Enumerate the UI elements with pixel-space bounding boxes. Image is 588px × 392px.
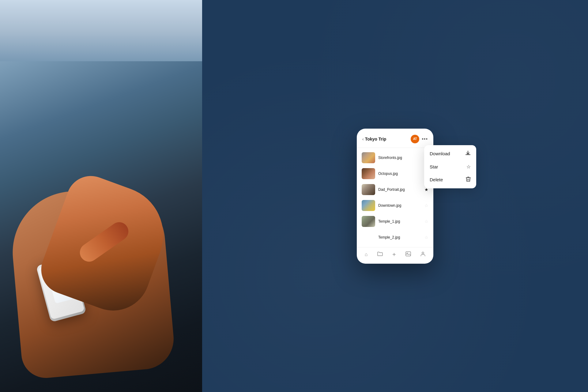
file-item-downtown[interactable]: Downtown.jpg ☆ [357, 198, 433, 213]
header-right: AT ••• [411, 135, 428, 143]
phone-ui: ‹ Tokyo Trip AT ••• Storefronts.jpg ☆ Oc [357, 129, 433, 264]
nav-add-icon[interactable]: + [392, 251, 396, 258]
file-thumbnail-downtown [362, 200, 375, 211]
file-thumbnail-octopus [362, 168, 375, 179]
trash-icon [466, 176, 471, 183]
app-header: ‹ Tokyo Trip AT ••• [357, 129, 433, 148]
context-menu-star[interactable]: Star ☆ [424, 160, 476, 173]
file-thumbnail-storefronts [362, 152, 375, 163]
star-label: Star [430, 164, 438, 169]
folder-title: Tokyo Trip [365, 137, 386, 141]
back-navigation[interactable]: ‹ Tokyo Trip [362, 137, 386, 141]
nav-media-icon[interactable] [405, 251, 411, 258]
file-thumbnail-temple2 [362, 232, 375, 243]
file-thumbnail-temple1 [362, 216, 375, 227]
file-item-storefronts[interactable]: Storefronts.jpg ☆ [357, 150, 433, 166]
file-item-dad[interactable]: Dad_Portrait.jpg ★ [357, 182, 433, 198]
nav-profile-icon[interactable] [420, 251, 425, 258]
hands-phone-illustration [0, 129, 202, 374]
more-menu-button[interactable]: ••• [422, 136, 428, 142]
file-name-octopus: Octopus.jpg [378, 172, 421, 176]
file-thumbnail-dad [362, 184, 375, 195]
nav-home-icon[interactable]: ⌂ [365, 252, 368, 257]
file-item-octopus[interactable]: Octopus.jpg ☆ [357, 166, 433, 182]
back-arrow-icon: ‹ [362, 137, 364, 141]
file-name-temple1: Temple_1.jpg [378, 219, 421, 224]
download-label: Download [430, 151, 450, 156]
sky-layer [0, 0, 202, 61]
delete-label: Delete [430, 177, 443, 182]
background-photo [0, 0, 202, 392]
file-item-temple2[interactable]: Temple_2.jpg ☆ [357, 229, 433, 245]
file-name-downtown: Downtown.jpg [378, 203, 421, 208]
file-name-dad: Dad_Portrait.jpg [378, 187, 421, 192]
download-icon [465, 150, 471, 157]
svg-point-2 [422, 252, 424, 254]
star-outline-icon: ☆ [466, 164, 471, 170]
nav-folder-icon[interactable] [377, 251, 383, 258]
star-icon-temple1[interactable]: ☆ [424, 219, 428, 224]
file-list: Storefronts.jpg ☆ Octopus.jpg ☆ Dad_Port… [357, 148, 433, 247]
context-menu-download[interactable]: Download [424, 147, 476, 160]
file-item-temple1[interactable]: Temple_1.jpg ☆ [357, 213, 433, 229]
app-mockup: ‹ Tokyo Trip AT ••• Storefronts.jpg ☆ Oc [357, 129, 433, 264]
star-icon-temple2[interactable]: ☆ [424, 235, 428, 240]
bottom-navigation: ⌂ + [357, 247, 433, 264]
star-icon-downtown[interactable]: ☆ [424, 203, 428, 208]
file-name-storefronts: Storefronts.jpg [378, 156, 421, 160]
left-panel [0, 0, 202, 392]
context-menu-delete[interactable]: Delete [424, 173, 476, 187]
user-avatar[interactable]: AT [411, 135, 419, 143]
context-menu: Download Star ☆ Delete [424, 145, 476, 188]
right-panel: ‹ Tokyo Trip AT ••• Storefronts.jpg ☆ Oc [202, 0, 588, 392]
file-name-temple2: Temple_2.jpg [378, 235, 421, 239]
